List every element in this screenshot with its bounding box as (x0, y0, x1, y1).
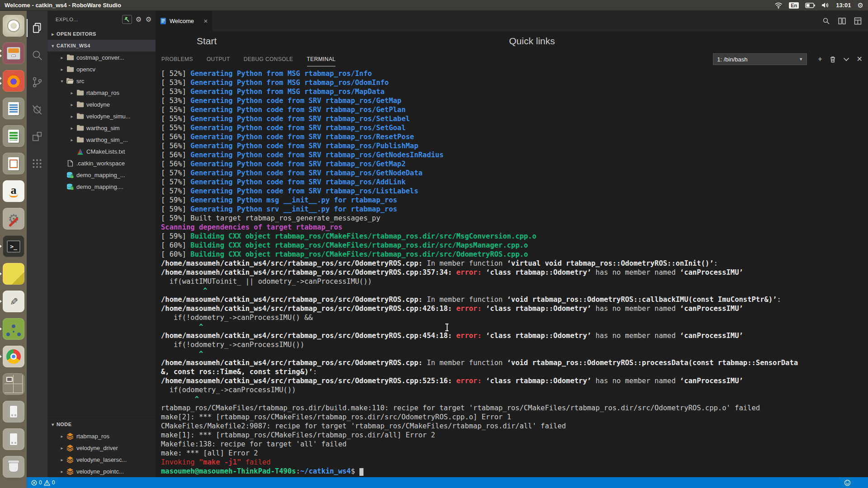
panel-tab-problems[interactable]: PROBLEMS (161, 52, 193, 66)
terminal-line: /home/masoumeh/catkin_ws4/src/rtabmap_ro… (161, 358, 868, 367)
sidebar-header: EXPLO... ⚙ ⚙ (47, 11, 156, 28)
panel-tab-output[interactable]: OUTPUT (207, 52, 230, 66)
session-gear-icon[interactable]: ⚙ (858, 1, 863, 9)
dock-item-trash[interactable] (2, 455, 25, 479)
close-panel-icon[interactable]: ✕ (857, 56, 863, 63)
terminal-line: CMakeFiles/Makefile2:9087: recipe for ta… (161, 422, 868, 431)
running-indicator (0, 300, 2, 303)
dock-item-chrome[interactable] (2, 345, 25, 368)
activitybar-search[interactable] (27, 42, 47, 69)
dock-item-ros-graph[interactable] (2, 317, 25, 341)
settings-gear-icon[interactable]: ⚙ (136, 15, 142, 23)
build-config-gear-icon[interactable]: ⚙ (146, 15, 152, 23)
terminal-cursor (359, 468, 363, 476)
terminal-line: [ 55%] Generating Python code from SRV r… (161, 105, 868, 114)
feedback-smiley-icon[interactable] (844, 479, 851, 486)
chrome-icon (3, 346, 24, 367)
battery-icon[interactable] (805, 3, 815, 8)
tree-item[interactable]: ▸velodyne (47, 99, 156, 110)
tree-item[interactable]: demo_mapping_... (47, 169, 156, 181)
split-editor-icon[interactable] (838, 17, 846, 25)
tree-item-label: velodyne (86, 101, 110, 108)
clock[interactable]: 13:01 (836, 2, 851, 9)
folder-icon (75, 89, 85, 96)
keyboard-layout-indicator[interactable]: En (789, 2, 799, 9)
node-item-label: velodyne_lasersc... (76, 456, 127, 463)
text-editor-icon: ✎ (3, 291, 24, 312)
chevron-down-icon: ▾ (58, 79, 66, 84)
problems-status[interactable]: 0 0 (31, 479, 55, 486)
terminal-shell-value: 1: /bin/bash (717, 56, 799, 63)
dock-item-lo-writer[interactable] (2, 97, 25, 120)
open-preview-icon[interactable] (822, 17, 830, 25)
node-item[interactable]: ▸rtabmap_ros (47, 430, 156, 442)
build-hammer-icon[interactable] (122, 15, 132, 24)
activitybar-extensions[interactable] (27, 123, 47, 150)
unity-launcher: a⚙>_✎ (0, 11, 27, 488)
node-item[interactable]: ▸velodyne_driver (47, 442, 156, 454)
terminal-output[interactable]: [ 52%] Generating Python from MSG rtabma… (156, 66, 868, 477)
node-section-header[interactable]: ▾ NODE (47, 418, 156, 430)
activitybar-ros-tools[interactable] (27, 150, 47, 177)
dock-item-firefox[interactable] (2, 69, 25, 93)
node-layers-icon (66, 444, 75, 451)
panel-controls: 1: /bin/bash ▼ + ✕ (713, 53, 863, 65)
volume-icon[interactable] (821, 2, 830, 8)
terminal-line: /home/masoumeh/catkin_ws4/src/rtabmap_ro… (161, 331, 868, 340)
tree-item[interactable]: ▸costmap_conver... (47, 52, 156, 63)
dock-item-workspace-switcher[interactable] (2, 372, 25, 396)
terminal-line: [ 55%] Generating Python code from SRV r… (161, 114, 868, 123)
tree-item[interactable]: .catkin_workspace (47, 157, 156, 169)
kill-terminal-icon[interactable] (830, 56, 836, 63)
dock-item-text-editor[interactable]: ✎ (2, 290, 25, 313)
tree-item[interactable]: CMakeLists.txt (47, 145, 156, 157)
git-branch-icon (31, 76, 43, 88)
chevron-right-icon: ▸ (68, 126, 75, 131)
dock-item-ubuntu-dash[interactable] (2, 14, 25, 38)
running-indicator (0, 355, 2, 358)
terminal-line: [ 53%] Generating Python from MSG rtabma… (161, 78, 868, 87)
tree-item[interactable]: demo_mapping.... (47, 181, 156, 192)
dock-item-system-settings[interactable]: ⚙ (2, 207, 25, 230)
welcome-page-strip: Start Quick links (156, 31, 868, 52)
tree-item[interactable]: ▾src (47, 75, 156, 87)
wifi-icon[interactable] (774, 2, 783, 9)
node-item[interactable]: ▸velodyne_lasersc... (47, 454, 156, 465)
dock-item-file-cabinet[interactable] (2, 42, 25, 65)
tab-welcome[interactable]: Welcome ✕ (156, 11, 212, 31)
bottom-panel: PROBLEMSOUTPUTDEBUG CONSOLETERMINAL 1: /… (156, 52, 868, 477)
tab-close-icon[interactable]: ✕ (203, 18, 208, 24)
tree-item[interactable]: ▸opencv (47, 63, 156, 75)
dock-item-terminal-app[interactable]: >_ (2, 235, 25, 258)
workspace-switcher-icon (3, 373, 24, 395)
new-terminal-icon[interactable]: + (818, 56, 822, 63)
node-item-label: rtabmap_ros (76, 433, 109, 440)
tree-item[interactable]: ▸warthog_sim_... (47, 134, 156, 145)
activitybar-explorer[interactable] (27, 14, 47, 42)
tree-item-label: demo_mapping_... (76, 172, 125, 178)
panel-tab-terminal[interactable]: TERMINAL (307, 52, 336, 66)
dock-item-lo-calc[interactable] (2, 124, 25, 148)
dock-item-amazon[interactable]: a (2, 179, 25, 203)
chevron-down-icon[interactable] (843, 57, 849, 61)
sticky-notes-icon (3, 263, 24, 285)
chevron-right-icon: ▸ (68, 114, 75, 119)
dock-item-sticky-notes[interactable] (2, 262, 25, 286)
activitybar-debug[interactable] (27, 96, 47, 123)
panel-tab-debug-console[interactable]: DEBUG CONSOLE (244, 52, 293, 66)
chevron-right-icon: ▸ (58, 55, 66, 60)
running-indicator (0, 272, 2, 276)
workspace-root-section[interactable]: ▾ CATKIN_WS4 (47, 40, 156, 52)
dock-item-usb-drive[interactable] (2, 427, 25, 451)
terminal-shell-select[interactable]: 1: /bin/bash ▼ (713, 53, 807, 65)
search-icon (31, 49, 43, 61)
node-item[interactable]: ▸velodyne_pointc... (47, 465, 156, 477)
dock-item-usb-drive[interactable] (2, 400, 25, 423)
layout-grid-icon[interactable] (854, 17, 862, 25)
tree-item[interactable]: ▸rtabmap_ros (47, 87, 156, 99)
tree-item[interactable]: ▸velodyne_simu... (47, 110, 156, 122)
open-editors-section[interactable]: ▸ OPEN EDITORS (47, 28, 156, 40)
activitybar-git[interactable] (27, 69, 47, 96)
dock-item-lo-impress[interactable] (2, 152, 25, 175)
tree-item[interactable]: ▸warthog_sim (47, 122, 156, 134)
